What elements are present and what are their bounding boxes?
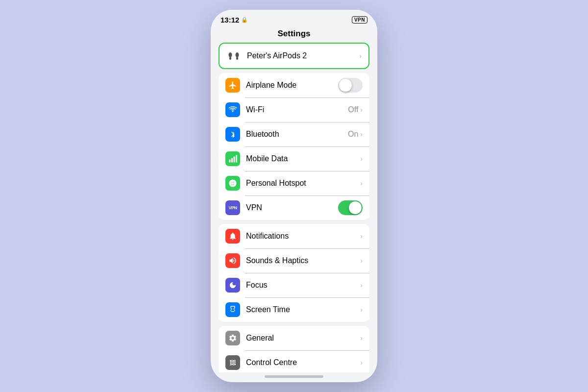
- hourglass-svg-icon: [228, 305, 237, 314]
- status-icons: VPN: [352, 16, 368, 24]
- bluetooth-svg-icon: [229, 130, 237, 139]
- screen-time-row[interactable]: Screen Time ›: [219, 297, 369, 322]
- svg-point-0: [229, 52, 232, 57]
- airplane-mode-label: Airplane Mode: [246, 81, 338, 90]
- personal-hotspot-chevron: ›: [360, 179, 363, 187]
- focus-label: Focus: [246, 281, 360, 290]
- scroll-area[interactable]: Peter's AirPods 2 › Airplane Mode: [211, 43, 377, 372]
- screen-time-icon: [225, 302, 240, 317]
- notifications-chevron: ›: [360, 232, 363, 240]
- moon-svg-icon: [229, 281, 237, 289]
- airpods-section: Peter's AirPods 2 ›: [219, 43, 369, 69]
- personal-hotspot-label: Personal Hotspot: [246, 179, 360, 188]
- system-section: General › Control: [219, 326, 369, 372]
- focus-chevron: ›: [360, 281, 363, 289]
- svg-rect-3: [236, 57, 238, 60]
- notifications-label: Notifications: [246, 232, 360, 241]
- general-chevron: ›: [360, 334, 363, 342]
- wifi-label: Wi-Fi: [246, 105, 348, 114]
- cellular-svg-icon: [228, 154, 237, 163]
- bluetooth-row[interactable]: Bluetooth On ›: [219, 122, 369, 147]
- phone-frame: 13:12 🔒 VPN Settings: [211, 10, 377, 382]
- svg-rect-1: [229, 57, 231, 60]
- control-centre-row[interactable]: Control Centre ›: [219, 350, 369, 372]
- bluetooth-label: Bluetooth: [246, 130, 348, 139]
- sliders-svg-icon: [228, 358, 237, 367]
- sounds-haptics-row[interactable]: Sounds & Haptics ›: [219, 248, 369, 273]
- sounds-haptics-chevron: ›: [360, 257, 363, 265]
- wifi-row[interactable]: Wi-Fi Off ›: [219, 98, 369, 122]
- sounds-haptics-icon: [225, 253, 240, 268]
- home-indicator: [211, 372, 377, 382]
- mobile-data-label: Mobile Data: [246, 154, 360, 163]
- vpn-icon: VPN: [225, 200, 240, 215]
- svg-rect-9: [230, 360, 231, 362]
- airpods-row[interactable]: Peter's AirPods 2 ›: [220, 44, 368, 68]
- connectivity-section: Airplane Mode Wi-Fi Off ›: [219, 73, 369, 220]
- airpods-svg-icon: [227, 50, 241, 61]
- general-label: General: [246, 334, 360, 343]
- notifications-icon: [225, 229, 240, 244]
- personal-hotspot-row[interactable]: Personal Hotspot ›: [219, 171, 369, 196]
- focus-icon: [225, 278, 240, 293]
- mobile-data-icon: [225, 151, 240, 166]
- wifi-svg-icon: [228, 105, 237, 114]
- page-title: Settings: [277, 29, 310, 38]
- screen-time-label: Screen Time: [246, 305, 360, 314]
- airpods-icon: [226, 49, 241, 63]
- airplane-svg-icon: [228, 81, 237, 90]
- time-label: 13:12: [220, 16, 239, 24]
- gear-svg-icon: [228, 334, 237, 343]
- bell-svg-icon: [228, 232, 237, 241]
- personal-hotspot-icon: [225, 176, 240, 191]
- svg-rect-7: [236, 155, 237, 163]
- bluetooth-chevron: ›: [360, 130, 363, 138]
- vpn-toggle[interactable]: [338, 200, 363, 215]
- control-centre-label: Control Centre: [246, 358, 360, 367]
- svg-rect-6: [234, 157, 235, 163]
- notifications-row[interactable]: Notifications ›: [219, 224, 369, 248]
- mobile-data-chevron: ›: [360, 155, 363, 163]
- screen-time-chevron: ›: [360, 306, 363, 314]
- general-row[interactable]: General ›: [219, 326, 369, 350]
- focus-row[interactable]: Focus ›: [219, 273, 369, 297]
- sound-svg-icon: [228, 256, 237, 265]
- airplane-mode-toggle[interactable]: [338, 78, 363, 93]
- wifi-value: Off: [348, 105, 358, 114]
- svg-rect-4: [229, 160, 231, 163]
- nav-bar: Settings: [211, 26, 377, 43]
- airpods-chevron: ›: [359, 52, 362, 60]
- status-bar: 13:12 🔒 VPN: [211, 10, 377, 26]
- svg-rect-10: [234, 364, 236, 365]
- vpn-row[interactable]: VPN VPN: [219, 196, 369, 220]
- svg-rect-11: [231, 364, 233, 365]
- airpods-label: Peter's AirPods 2: [247, 51, 359, 60]
- control-centre-icon: [225, 355, 240, 370]
- svg-point-2: [236, 52, 239, 57]
- status-time: 13:12 🔒: [220, 16, 248, 24]
- airplane-mode-row[interactable]: Airplane Mode: [219, 73, 369, 98]
- bluetooth-value: On: [348, 130, 358, 139]
- bluetooth-icon: [225, 127, 240, 142]
- general-icon: [225, 331, 240, 345]
- wifi-icon: [225, 102, 240, 117]
- wifi-chevron: ›: [360, 106, 363, 114]
- airplane-mode-icon: [225, 78, 240, 93]
- home-bar: [265, 375, 323, 378]
- svg-point-8: [232, 182, 234, 185]
- sounds-haptics-label: Sounds & Haptics: [246, 256, 360, 265]
- hotspot-svg-icon: [228, 179, 237, 188]
- lock-icon: 🔒: [241, 17, 248, 23]
- mobile-data-row[interactable]: Mobile Data ›: [219, 147, 369, 171]
- vpn-label: VPN: [246, 203, 338, 212]
- control-centre-chevron: ›: [360, 359, 363, 367]
- svg-rect-12: [233, 360, 234, 362]
- vpn-status-badge: VPN: [352, 16, 368, 24]
- svg-rect-5: [231, 158, 233, 163]
- alerts-section: Notifications › Sounds & Haptics ›: [219, 224, 369, 322]
